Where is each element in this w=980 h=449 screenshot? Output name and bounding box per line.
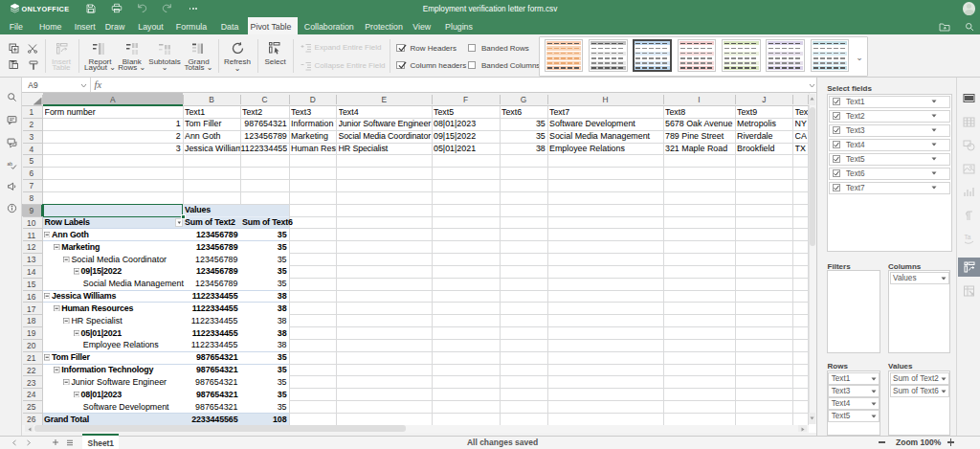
svg-text:ab: ab bbox=[8, 161, 13, 166]
svg-text:Ta: Ta bbox=[964, 234, 970, 240]
